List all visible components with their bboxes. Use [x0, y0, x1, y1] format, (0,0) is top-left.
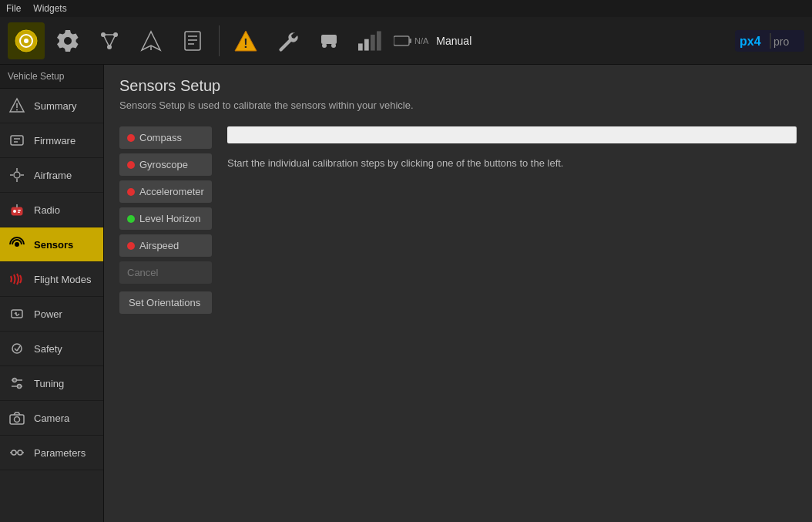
- menubar: File Widgets: [0, 0, 812, 17]
- safety-icon: [8, 339, 26, 358]
- tuning-icon: [8, 374, 26, 392]
- cancel-label: Cancel: [127, 267, 158, 278]
- battery-label: N/A: [414, 36, 428, 45]
- svg-rect-11: [185, 32, 200, 50]
- svg-rect-52: [12, 344, 22, 353]
- power-icon: [8, 305, 26, 323]
- svg-point-32: [16, 109, 18, 111]
- svg-rect-21: [364, 39, 369, 50]
- svg-point-18: [322, 43, 327, 48]
- sidebar-item-camera[interactable]: Camera: [0, 401, 103, 436]
- accelerometer-label: Accelerometer: [139, 186, 204, 197]
- battery-status: N/A: [394, 35, 428, 46]
- sidebar-label-sensors: Sensors: [34, 239, 73, 251]
- airspeed-button[interactable]: Airspeed: [119, 234, 212, 257]
- svg-point-19: [331, 43, 336, 48]
- sidebar-label-safety: Safety: [34, 343, 62, 355]
- sidebar-label-flight-modes: Flight Modes: [34, 274, 91, 285]
- menu-widgets[interactable]: Widgets: [33, 3, 66, 14]
- sidebar-item-flight-modes[interactable]: Flight Modes: [0, 262, 103, 297]
- level-horizon-status-dot: [127, 215, 135, 223]
- settings-button[interactable]: [49, 22, 86, 59]
- sidebar-label-parameters: Parameters: [34, 447, 86, 459]
- sidebar-item-radio[interactable]: Radio: [0, 193, 103, 227]
- wrench-button[interactable]: [269, 22, 306, 59]
- svg-line-54: [17, 346, 20, 351]
- content-area: Sensors Setup Sensors Setup is used to c…: [104, 65, 812, 522]
- svg-rect-29: [770, 33, 771, 49]
- sidebar-item-power[interactable]: Power: [0, 297, 103, 332]
- main-layout: Vehicle Setup Summary Firmware: [0, 65, 812, 522]
- svg-point-56: [13, 379, 17, 382]
- sidebar-item-summary[interactable]: Summary: [0, 89, 103, 123]
- set-orientations-button[interactable]: Set Orientations: [119, 291, 212, 314]
- firmware-icon: [8, 131, 26, 150]
- calibration-instruction: Start the individual calibration steps b…: [227, 156, 797, 172]
- calibration-layout: Compass Gyroscope Accelerometer Level Ho…: [119, 126, 797, 314]
- toolbar: ! N/A Manual: [0, 17, 812, 65]
- toolbar-separator: [219, 25, 220, 56]
- home-button[interactable]: [8, 22, 45, 59]
- sidebar-item-firmware[interactable]: Firmware: [0, 123, 103, 158]
- vehicle-button[interactable]: [310, 22, 347, 59]
- mode-label: Manual: [436, 35, 471, 47]
- airspeed-label: Airspeed: [139, 240, 179, 251]
- warning-button[interactable]: !: [227, 22, 264, 59]
- sidebar-label-power: Power: [34, 308, 62, 320]
- level-horizon-button[interactable]: Level Horizon: [119, 207, 212, 230]
- svg-text:px4: px4: [740, 35, 761, 48]
- gyroscope-label: Gyroscope: [139, 159, 188, 170]
- sidebar-item-tuning[interactable]: Tuning: [0, 366, 103, 401]
- svg-point-60: [15, 417, 20, 423]
- svg-rect-22: [371, 35, 375, 51]
- page-title: Sensors Setup: [119, 77, 797, 95]
- compass-status-dot: [127, 134, 135, 142]
- svg-text:pro: pro: [773, 35, 789, 48]
- svg-rect-17: [321, 35, 337, 44]
- summary-icon: [8, 96, 26, 115]
- accelerometer-status-dot: [127, 188, 135, 196]
- sidebar-item-airframe[interactable]: Airframe: [0, 158, 103, 193]
- sidebar-label-camera: Camera: [34, 413, 69, 424]
- parameters-icon: [8, 443, 26, 462]
- calibration-buttons: Compass Gyroscope Accelerometer Level Ho…: [119, 126, 212, 314]
- sidebar-item-sensors[interactable]: Sensors: [0, 227, 103, 262]
- svg-line-51: [18, 314, 19, 315]
- page-description: Sensors Setup is used to calibrate the s…: [119, 99, 797, 111]
- gyroscope-button[interactable]: Gyroscope: [119, 153, 212, 176]
- svg-point-58: [18, 385, 22, 389]
- svg-rect-44: [18, 212, 20, 214]
- sidebar-item-parameters[interactable]: Parameters: [0, 436, 103, 470]
- signal-icon: [352, 22, 389, 59]
- accelerometer-button[interactable]: Accelerometer: [119, 180, 212, 203]
- level-horizon-label: Level Horizon: [139, 213, 201, 224]
- radio-icon: [8, 200, 26, 219]
- svg-rect-43: [18, 210, 21, 211]
- camera-icon: [8, 409, 26, 427]
- cancel-button[interactable]: Cancel: [119, 261, 212, 284]
- compass-button[interactable]: Compass: [119, 126, 212, 149]
- sidebar-label-radio: Radio: [34, 204, 60, 216]
- svg-rect-20: [358, 43, 363, 50]
- plan-button[interactable]: [91, 22, 128, 59]
- svg-point-36: [14, 172, 20, 178]
- compass-label: Compass: [139, 132, 182, 143]
- sidebar-label-airframe: Airframe: [34, 170, 72, 181]
- menu-file[interactable]: File: [6, 3, 21, 14]
- svg-rect-23: [377, 31, 381, 50]
- svg-rect-47: [12, 310, 22, 318]
- calibration-info: Start the individual calibration steps b…: [227, 126, 797, 172]
- svg-point-46: [15, 242, 19, 247]
- sensors-icon: [8, 235, 26, 254]
- sidebar-label-tuning: Tuning: [34, 378, 64, 389]
- log-button[interactable]: [174, 22, 211, 59]
- set-orientations-label: Set Orientations: [129, 297, 200, 308]
- sidebar-header: Vehicle Setup: [0, 65, 103, 89]
- svg-line-8: [103, 35, 109, 47]
- fly-button[interactable]: [133, 22, 169, 59]
- svg-point-42: [13, 210, 16, 213]
- sidebar: Vehicle Setup Summary Firmware: [0, 65, 104, 522]
- progress-bar-container: [227, 126, 797, 143]
- sidebar-item-safety[interactable]: Safety: [0, 332, 103, 366]
- svg-rect-25: [409, 39, 411, 43]
